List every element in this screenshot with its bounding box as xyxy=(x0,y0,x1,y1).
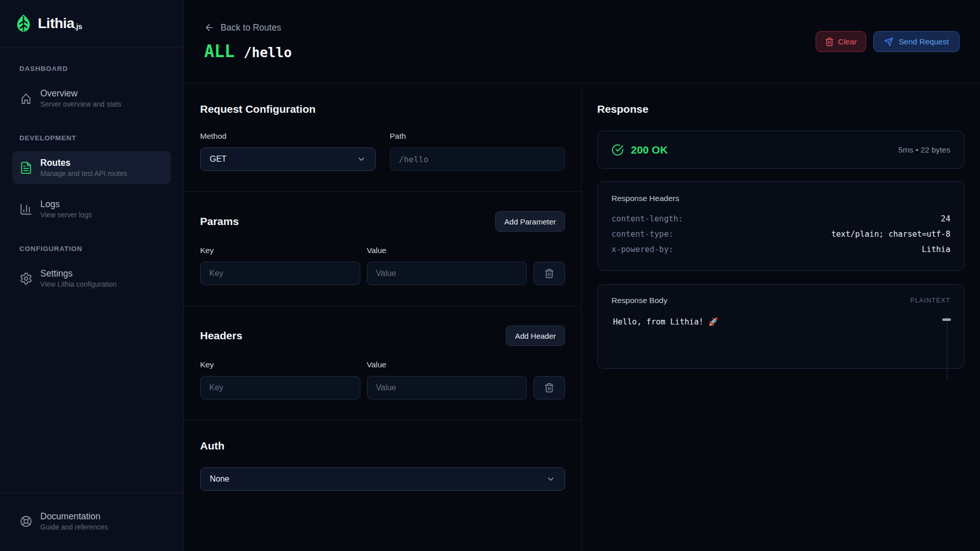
header-value: Lithia xyxy=(922,242,950,257)
response-headers-title: Response Headers xyxy=(611,194,950,203)
sidebar: Lithia.js DASHBOARD Overview Server over… xyxy=(0,0,184,551)
header-value-label: Value xyxy=(367,360,527,369)
nav-item-title: Settings xyxy=(40,268,116,279)
check-circle-icon xyxy=(611,144,624,156)
nav-item-title: Logs xyxy=(40,199,92,210)
response-header-row: content-length: 24 xyxy=(611,211,950,227)
clear-button[interactable]: Clear xyxy=(816,31,866,52)
path-input[interactable] xyxy=(390,147,566,171)
path-label: Path xyxy=(390,132,566,141)
response-title: Response xyxy=(597,103,965,115)
app-logo: Lithia.js xyxy=(0,0,183,47)
sidebar-item-overview[interactable]: Overview Server overview and stats xyxy=(12,82,171,115)
section-title: Params xyxy=(200,215,239,228)
clear-button-label: Clear xyxy=(838,37,857,46)
chevron-down-icon xyxy=(546,474,555,484)
send-request-button[interactable]: Send Request xyxy=(873,31,960,52)
response-header-row: content-type: text/plain; charset=utf-8 xyxy=(611,227,950,242)
sidebar-nav: DASHBOARD Overview Server overview and s… xyxy=(0,47,183,493)
header-key: content-type: xyxy=(611,227,673,242)
bar-chart-icon xyxy=(19,203,33,216)
life-buoy-icon xyxy=(19,515,33,528)
header-key-label: Key xyxy=(200,360,360,369)
header-key: x-powered-by: xyxy=(611,242,673,257)
delete-parameter-button[interactable] xyxy=(533,262,565,285)
nav-item-subtitle: View server logs xyxy=(40,211,92,219)
response-panel: Response 200 OK 5ms • 22 bytes Response … xyxy=(582,84,980,551)
response-body-content: Hello, from Lithia! 🚀 xyxy=(598,308,964,368)
response-headers-card: Response Headers content-length: 24 cont… xyxy=(597,181,965,271)
param-value-label: Value xyxy=(367,246,527,255)
params-section: Params Add Parameter Key Value xyxy=(184,192,581,306)
response-header-row: x-powered-by: Lithia xyxy=(611,242,950,257)
arrow-left-icon xyxy=(204,22,214,33)
status-meta: 5ms • 22 bytes xyxy=(898,145,950,155)
method-label: Method xyxy=(200,132,376,141)
header-key-input[interactable] xyxy=(200,376,360,399)
add-header-button[interactable]: Add Header xyxy=(506,325,565,346)
response-status-card: 200 OK 5ms • 22 bytes xyxy=(597,131,965,169)
status-code: 200 OK xyxy=(631,144,668,156)
param-value-input[interactable] xyxy=(367,262,527,285)
header-key: content-length: xyxy=(611,211,683,227)
send-button-label: Send Request xyxy=(899,37,949,46)
param-key-input[interactable] xyxy=(200,262,360,285)
back-link-label: Back to Routes xyxy=(220,22,281,33)
request-panel: Request Configuration Method GET Path xyxy=(184,84,582,551)
sidebar-item-documentation[interactable]: Documentation Guide and references xyxy=(12,505,171,538)
route-method-badge: ALL xyxy=(204,41,235,61)
auth-section: Auth None xyxy=(184,420,581,511)
back-to-routes-link[interactable]: Back to Routes xyxy=(204,22,292,33)
scrollbar-track xyxy=(947,315,947,381)
response-body-card: Response Body PLAINTEXT Hello, from Lith… xyxy=(597,284,965,369)
section-title: Request Configuration xyxy=(200,103,565,115)
nav-section-dashboard: DASHBOARD xyxy=(19,65,171,72)
section-title: Headers xyxy=(200,330,242,342)
param-key-label: Key xyxy=(200,246,360,255)
auth-select-value: None xyxy=(210,474,229,484)
scrollbar-thumb[interactable] xyxy=(942,318,951,321)
chevron-down-icon xyxy=(357,155,366,164)
header-value: 24 xyxy=(941,211,950,227)
brand-name: Lithia.js xyxy=(38,15,82,32)
response-format-badge: PLAINTEXT xyxy=(910,297,950,304)
nav-item-title: Documentation xyxy=(40,511,108,522)
method-select-value: GET xyxy=(210,155,227,164)
sidebar-item-routes[interactable]: Routes Manage and test API routes xyxy=(12,151,171,184)
trash-icon xyxy=(544,268,554,279)
nav-item-title: Routes xyxy=(40,158,127,168)
trash-icon xyxy=(825,37,834,46)
main-area: Back to Routes ALL /hello Clear Send Req… xyxy=(184,0,980,551)
sidebar-footer: Documentation Guide and references xyxy=(0,493,183,551)
brand-suffix: .js xyxy=(75,22,82,31)
home-icon xyxy=(19,92,33,105)
route-header: Back to Routes ALL /hello Clear Send Req… xyxy=(184,0,980,84)
nav-item-subtitle: Guide and references xyxy=(40,523,108,531)
nav-section-configuration: CONFIGURATION xyxy=(19,245,171,253)
nav-item-subtitle: Manage and test API routes xyxy=(40,170,127,178)
method-select[interactable]: GET xyxy=(200,147,376,171)
nav-item-subtitle: Server overview and stats xyxy=(40,101,121,108)
section-title: Auth xyxy=(200,440,565,452)
nav-item-subtitle: View Lithia configuration xyxy=(40,281,116,288)
send-icon xyxy=(884,37,893,46)
gear-icon xyxy=(19,272,33,285)
nav-section-development: DEVELOPMENT xyxy=(19,134,171,142)
route-path: /hello xyxy=(244,45,292,60)
route-title: ALL /hello xyxy=(204,41,292,61)
header-value: text/plain; charset=utf-8 xyxy=(831,227,950,242)
sidebar-item-logs[interactable]: Logs View server logs xyxy=(12,192,171,226)
sidebar-item-settings[interactable]: Settings View Lithia configuration xyxy=(12,262,171,295)
auth-select[interactable]: None xyxy=(200,467,565,491)
nav-item-title: Overview xyxy=(40,88,121,99)
trash-icon xyxy=(544,383,554,393)
request-configuration-section: Request Configuration Method GET Path xyxy=(184,84,581,192)
delete-header-button[interactable] xyxy=(533,376,565,399)
headers-section: Headers Add Header Key Value xyxy=(184,306,581,420)
response-body-title: Response Body xyxy=(611,296,667,305)
lithia-leaf-logo-icon xyxy=(14,14,33,33)
file-text-icon xyxy=(19,161,33,174)
add-parameter-button[interactable]: Add Parameter xyxy=(495,211,565,232)
header-value-input[interactable] xyxy=(367,376,527,399)
